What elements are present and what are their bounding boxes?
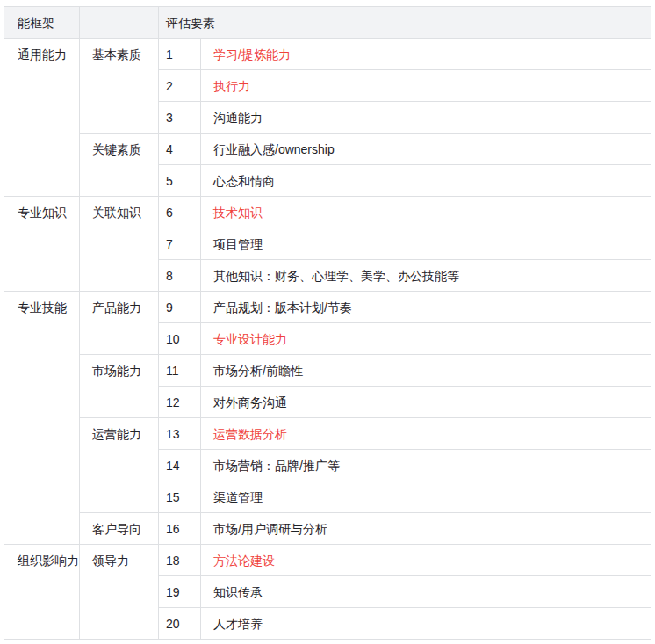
group-cell: 专业技能 xyxy=(4,292,80,545)
subgroup-cell: 产品能力 xyxy=(80,292,159,355)
item-number-cell: 18 xyxy=(159,545,201,576)
subgroup-cell: 领导力 xyxy=(80,545,159,640)
item-number-cell: 14 xyxy=(159,450,201,481)
item-label-cell: 知识传承 xyxy=(201,576,651,608)
subgroup-cell: 基本素质 xyxy=(80,39,159,134)
item-number-cell: 8 xyxy=(159,260,201,292)
item-label-cell: 市场营销：品牌/推广等 xyxy=(201,450,651,481)
item-number-cell: 20 xyxy=(159,608,201,640)
header-cell-framework: 能框架 xyxy=(4,7,80,39)
subgroup-cell: 关键素质 xyxy=(80,134,159,197)
item-label-cell: 沟通能力 xyxy=(201,102,651,134)
subgroup-cell: 市场能力 xyxy=(80,355,159,418)
item-number-cell: 16 xyxy=(159,513,201,545)
item-number-cell: 1 xyxy=(159,39,201,70)
group-cell: 专业知识 xyxy=(4,197,80,292)
item-label-cell: 市场/用户调研与分析 xyxy=(201,513,651,545)
group-cell: 组织影响力 xyxy=(4,545,80,640)
item-number-cell: 12 xyxy=(159,387,201,418)
group-cell: 通用能力 xyxy=(4,39,80,197)
item-label-cell: 渠道管理 xyxy=(201,481,651,513)
subgroup-cell: 关联知识 xyxy=(80,197,159,292)
item-number-cell: 11 xyxy=(159,355,201,387)
item-number-cell: 7 xyxy=(159,228,201,260)
item-label-cell: 方法论建设 xyxy=(201,545,651,576)
item-number-cell: 5 xyxy=(159,165,201,197)
item-label-cell: 技术知识 xyxy=(201,197,651,228)
item-label-cell: 心态和情商 xyxy=(201,165,651,197)
item-label-cell: 学习/提炼能力 xyxy=(201,39,651,70)
item-label-cell: 市场分析/前瞻性 xyxy=(201,355,651,387)
item-number-cell: 6 xyxy=(159,197,201,228)
item-label-cell: 人才培养 xyxy=(201,608,651,640)
item-number-cell: 9 xyxy=(159,292,201,323)
item-label-cell: 运营数据分析 xyxy=(201,418,651,450)
item-number-cell: 3 xyxy=(159,102,201,134)
competency-table: 能框架 评估要素 1学习/提炼能力2执行力3沟通能力基本素质4行业融入感/own… xyxy=(4,6,651,640)
item-label-cell: 对外商务沟通 xyxy=(201,387,651,418)
header-cell-blank xyxy=(80,7,159,39)
subgroup-cell: 客户导向 xyxy=(80,513,159,545)
item-number-cell: 15 xyxy=(159,481,201,513)
item-label-cell: 行业融入感/ownership xyxy=(201,134,651,165)
item-label-cell: 执行力 xyxy=(201,70,651,102)
item-number-cell: 2 xyxy=(159,70,201,102)
item-number-cell: 10 xyxy=(159,323,201,355)
item-label-cell: 专业设计能力 xyxy=(201,323,651,355)
subgroup-cell: 运营能力 xyxy=(80,418,159,513)
item-number-cell: 19 xyxy=(159,576,201,608)
header-cell-evaluation-elements: 评估要素 xyxy=(159,7,651,39)
item-number-cell: 4 xyxy=(159,134,201,165)
item-label-cell: 其他知识：财务、心理学、美学、办公技能等 xyxy=(201,260,651,292)
item-label-cell: 项目管理 xyxy=(201,228,651,260)
item-number-cell: 13 xyxy=(159,418,201,450)
item-label-cell: 产品规划：版本计划/节奏 xyxy=(201,292,651,323)
